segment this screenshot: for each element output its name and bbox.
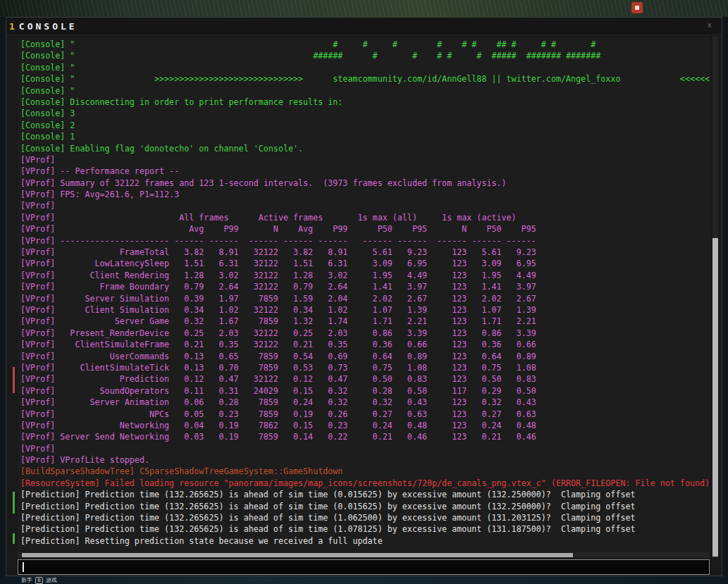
console-line: [VProf] ClientSimulateTick 0.13 0.70 785… — [20, 362, 710, 373]
console-window: 1 CONSOLE x [Console] " # # # # # # ## #… — [6, 17, 722, 576]
console-line: [VProf] LowLatencySleep 1.51 6.31 32122 … — [20, 258, 710, 269]
console-line: [VProf] — [20, 154, 710, 166]
console-input[interactable] — [18, 559, 710, 575]
console-line: [Console] " >>>>>>>>>>>>>>>>>>>>>>>>>>>>… — [20, 73, 710, 85]
console-line: [VProf] — [20, 200, 710, 211]
console-line: [ResourceSystem] Failed loading resource… — [20, 478, 710, 489]
console-line: [VProf] Server Animation 0.06 0.28 7859 … — [20, 397, 710, 408]
console-line: [Prediction] Prediction time (132.265625… — [20, 501, 710, 512]
console-line: [VProf] Summary of 32122 frames and 123 … — [20, 178, 710, 189]
log-marker-strip — [13, 37, 15, 558]
horizontal-scrollbar[interactable] — [18, 552, 710, 558]
console-line: [Prediction] Prediction time (132.265625… — [20, 512, 710, 523]
vertical-scrollbar-thumb[interactable] — [712, 238, 718, 557]
console-line: [VProf] Networking 0.04 0.19 7862 0.15 0… — [20, 420, 710, 431]
hud-key-chip: B — [35, 577, 43, 584]
console-line: [VProf] Server Send Networking 0.03 0.19… — [20, 431, 710, 442]
console-line: [VProf] All frames Active frames 1s max … — [20, 212, 710, 223]
console-line: [Console] Enabling flag 'donotecho' on c… — [20, 143, 710, 154]
game-screen: 新手 B 游戏 1 CONSOLE x [Console] " # # # # … — [0, 0, 728, 584]
game-world-top — [0, 0, 728, 17]
window-title: CONSOLE — [19, 21, 78, 32]
console-line: [Console] 3 — [20, 108, 710, 119]
hud-label-2: 游戏 — [46, 576, 57, 584]
hud-label: 新手 — [21, 576, 32, 584]
vertical-scrollbar[interactable] — [712, 37, 718, 558]
log-marker — [13, 367, 15, 393]
console-line: [Console] 2 — [20, 120, 710, 131]
console-line: [Prediction] Prediction time (132.265625… — [20, 489, 710, 500]
console-line: [VProf] Present_RenderDevice 0.25 2.03 3… — [20, 328, 710, 339]
log-marker — [13, 533, 15, 544]
horizontal-scrollbar-thumb[interactable] — [22, 553, 573, 557]
console-line: [BuildSparseShadowTree] CSparseShadowTre… — [20, 466, 710, 477]
console-line: [Console] " — [20, 62, 710, 73]
console-line: [VProf] VProfLite stopped. — [20, 454, 710, 466]
console-line: [VProf] Server Simulation 0.39 1.97 7859… — [20, 293, 710, 304]
console-line: [VProf] Client Rendering 1.28 3.02 32122… — [20, 270, 710, 281]
console-titlebar[interactable]: 1 CONSOLE x — [6, 18, 722, 35]
console-line: [VProf] Server Game 0.32 1.67 7859 1.32 … — [20, 316, 710, 327]
console-line: [VProf] ---------------------- ------ --… — [20, 235, 710, 247]
console-line: [VProf] SoundOperators 0.11 0.31 24029 0… — [20, 385, 710, 397]
log-marker — [13, 492, 15, 514]
notification-badge: 1 — [9, 21, 15, 32]
console-line: [Console] " # # # # # # ## # # # # — [20, 39, 710, 50]
console-line: [VProf] Client Simulation 0.34 1.02 3212… — [20, 304, 710, 316]
console-line: [Console] Disconnecting in order to prin… — [20, 97, 710, 108]
console-line: [Console] " ###### # # # # # ##### #####… — [20, 50, 710, 61]
console-line: [Console] " — [20, 85, 710, 97]
console-line: [VProf] -- Performance report -- — [20, 166, 710, 177]
console-line: [VProf] Frame Boundary 0.79 2.64 32122 0… — [20, 281, 710, 292]
game-hud-bottom: 新手 B 游戏 — [0, 576, 728, 584]
console-line: [VProf] FrameTotal 3.82 8.91 32122 3.82 … — [20, 247, 710, 258]
console-line: [VProf] UserCommands 0.13 0.65 7859 0.54… — [20, 351, 710, 362]
map-alert-icon — [631, 2, 643, 13]
console-line: [VProf] Avg P99 N Avg P99 P50 P95 N P50 … — [20, 223, 710, 235]
console-log[interactable]: [Console] " # # # # # # ## # # # #[Conso… — [18, 37, 710, 558]
console-line: [VProf] — [20, 443, 710, 454]
close-button[interactable]: x — [707, 20, 712, 30]
console-line: [Prediction] Resetting prediction state … — [20, 535, 710, 547]
text-caret — [23, 562, 24, 572]
console-line: [VProf] NPCs 0.05 0.23 7859 0.19 0.26 0.… — [20, 409, 710, 420]
console-line: [VProf] ClientSimulateFrame 0.21 0.35 32… — [20, 339, 710, 350]
console-line: [VProf] FPS: Avg=261.6, P1=112.3 — [20, 189, 710, 200]
console-line: [Console] 1 — [20, 131, 710, 142]
console-line: [Prediction] Prediction time (132.265625… — [20, 523, 710, 535]
console-line: [VProf] Prediction 0.12 0.47 32122 0.12 … — [20, 373, 710, 385]
